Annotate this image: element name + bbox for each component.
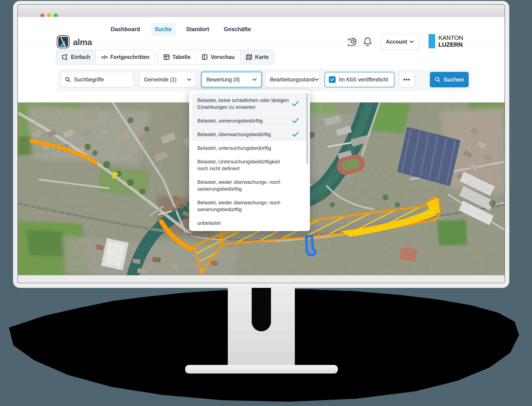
account-button[interactable]: Account	[380, 34, 419, 50]
gemeinde-filter-button[interactable]: Gemeinde (1)	[139, 72, 196, 87]
map-icon	[246, 54, 252, 60]
monitor-stand-base	[185, 365, 338, 374]
monitor-frame: alma Dashboard Suche Standort Geschäfte	[13, 1, 509, 288]
dropdown-option-label: Belastet, Untersuchungsbedürftigkeit noc…	[197, 159, 280, 171]
chevron-down-icon	[410, 40, 414, 43]
dropdown-option[interactable]: Belastet, weder überwachungs- noch sanie…	[192, 196, 307, 216]
monitor-stand-column	[228, 286, 295, 366]
view-toggle-tabelle[interactable]: Tabelle	[158, 50, 196, 64]
bewertung-filter-button[interactable]: Bewertung (4)	[201, 72, 262, 87]
view-toggle-group: Tabelle Vorschau Karte	[158, 50, 274, 65]
dropdown-scrollbar	[306, 93, 308, 226]
bearbeitungsstand-filter-label: Bearbeitungsstand	[270, 76, 314, 83]
text-cursor-icon	[62, 54, 68, 60]
bell-icon[interactable]	[363, 37, 372, 46]
checkbox-checked-icon	[329, 76, 336, 83]
gemeinde-filter-label: Gemeinde (1)	[144, 76, 177, 83]
dropdown-option[interactable]: Belastet, Untersuchungsbedürftigkeit noc…	[192, 155, 307, 175]
chevron-down-icon	[252, 78, 257, 81]
table-icon	[163, 54, 170, 60]
dropdown-option[interactable]: unbelastet	[192, 216, 307, 230]
nav-item-standort[interactable]: Standort	[182, 23, 213, 36]
dropdown-option[interactable]: Belastet, sanierungsbedürftig	[192, 114, 307, 127]
split-view-icon	[201, 54, 208, 60]
kbs-published-toggle[interactable]: Im KbS veröffentlicht	[325, 72, 394, 87]
nav-item-dashboard[interactable]: Dashboard	[107, 23, 144, 36]
brand-name: alma	[73, 37, 92, 47]
dropdown-option-label: Belastet, sanierungsbedürftig	[197, 118, 263, 123]
view-toggle-label: Vorschau	[211, 54, 235, 60]
check-icon	[292, 132, 299, 137]
dropdown-option[interactable]: Belastet, keine schädlichen oder lästige…	[192, 94, 307, 114]
nav-item-geschaefte[interactable]: Geschäfte	[220, 23, 255, 36]
kbs-published-label: Im KbS veröffentlicht	[339, 76, 388, 83]
main-nav: Dashboard Suche Standort Geschäfte	[107, 17, 255, 42]
code-icon: </>	[101, 54, 108, 60]
dropdown-option-label: Belastet, untersuchungsbedürftig	[197, 145, 271, 151]
dropdown-option[interactable]: Belastet, überwachungsbedürftig	[192, 128, 307, 141]
dropdown-option-label: unbelastet	[197, 220, 221, 226]
chevron-down-icon	[314, 78, 319, 81]
account-label: Account	[386, 39, 407, 45]
kanton-luzern-logo: KANTON LUZERN	[429, 34, 463, 48]
view-toggle-label: Tabelle	[172, 54, 191, 60]
check-icon	[292, 118, 299, 123]
bearbeitungsstand-filter-button[interactable]: Bearbeitungsstand	[265, 72, 320, 87]
dropdown-option[interactable]: Belastet, weder überwachungs- noch sanie…	[192, 175, 307, 196]
kanton-line1: KANTON	[438, 34, 463, 41]
mode-toggle-label: Einfach	[71, 54, 90, 60]
bewertung-filter-label: Bewertung (4)	[206, 76, 240, 83]
search-input[interactable]	[74, 76, 130, 83]
dropdown-option-label: Belastet, keine schädlichen oder lästige…	[197, 97, 289, 110]
dropdown-scrollbar-thumb[interactable]	[306, 93, 308, 164]
nav-item-suche[interactable]: Suche	[151, 23, 175, 36]
monitor-stand-notch	[252, 286, 271, 331]
mode-toggle-fortgeschritten[interactable]: </> Fortgeschritten	[96, 50, 155, 64]
dropdown-option-label: Belastet, überwachungsbedürftig	[197, 131, 271, 137]
search-icon	[65, 77, 71, 83]
more-filters-button[interactable]: •••	[399, 72, 414, 87]
dropdown-option[interactable]: Belastet, untersuchungsbedürftig	[192, 141, 307, 155]
bewertung-dropdown: Belastet, keine schädlichen oder lästige…	[189, 90, 310, 231]
mode-toggle-einfach[interactable]: Einfach	[56, 50, 96, 64]
mode-toggle-label: Fortgeschritten	[110, 54, 149, 60]
browser-bottom-strip	[18, 275, 505, 283]
chevron-down-icon	[187, 78, 191, 81]
mode-toggle-group: Einfach </> Fortgeschritten	[56, 50, 155, 65]
browser-window: alma Dashboard Suche Standort Geschäfte	[17, 4, 505, 283]
search-submit-button[interactable]: Suchen	[430, 72, 469, 87]
search-submit-label: Suchen	[443, 76, 464, 83]
gear-icon[interactable]	[348, 37, 357, 46]
dropdown-option-label: Belastet, weder überwachungs- noch sanie…	[197, 179, 280, 192]
kanton-logo-bar	[429, 34, 435, 48]
filter-bar: Gemeinde (1) Bewertung (4) Bearbeitungss…	[57, 69, 471, 91]
search-icon	[435, 76, 441, 83]
view-toggle-vorschau[interactable]: Vorschau	[196, 50, 240, 64]
alma-logo-icon	[57, 35, 70, 49]
kanton-line2: LUZERN	[438, 41, 463, 48]
check-icon	[292, 101, 299, 106]
dropdown-option-label: Belastet, weder überwachungs- noch sanie…	[197, 200, 280, 212]
search-input-wrapper	[61, 72, 134, 87]
view-toggle-karte[interactable]: Karte	[240, 50, 274, 64]
view-toggle-label: Karte	[255, 54, 269, 60]
ellipsis-icon: •••	[403, 76, 410, 83]
app-header: alma Dashboard Suche Standort Geschäfte	[18, 17, 505, 42]
browser-title-bar	[18, 5, 505, 17]
